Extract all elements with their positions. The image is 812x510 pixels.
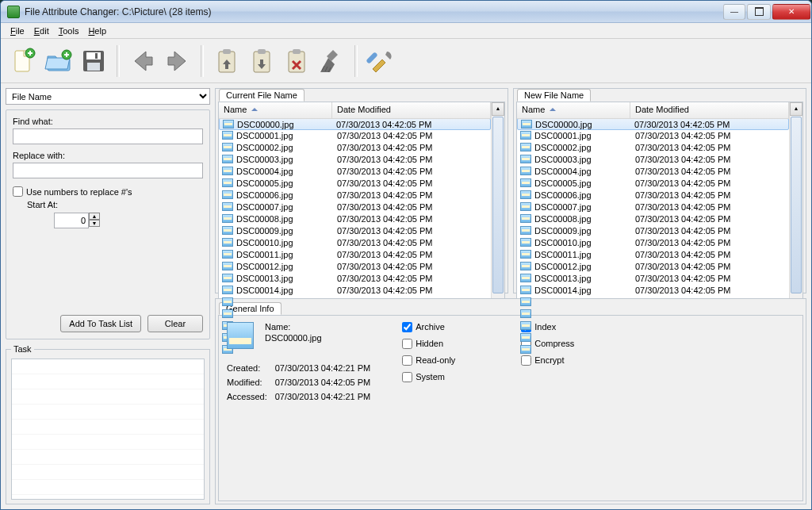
table-row[interactable]: DSC00003.jpg07/30/2013 04:42:05 PM: [517, 153, 789, 165]
attr-compress[interactable]: Compress: [521, 339, 616, 349]
file-date: 07/30/2013 04:42:05 PM: [630, 143, 789, 152]
table-row[interactable]: DSC00008.jpg07/30/2013 04:42:05 PM: [219, 213, 491, 224]
col-name[interactable]: Name: [517, 102, 630, 118]
save-button[interactable]: [77, 44, 110, 78]
file-name: DSC00000.jpg: [237, 120, 331, 129]
main-area: File Name Find what: Replace with: Use n…: [1, 83, 811, 509]
table-row[interactable]: DSC00012.jpg07/30/2013 04:42:05 PM: [517, 260, 789, 272]
table-row[interactable]: DSC00001.jpg07/30/2013 04:42:05 PM: [517, 129, 789, 141]
table-row[interactable]: DSC00011.jpg07/30/2013 04:42:05 PM: [219, 248, 491, 260]
menu-tools[interactable]: Tools: [54, 25, 84, 37]
scroll-up[interactable]: ▲: [492, 102, 504, 116]
use-numbers-check[interactable]: [13, 186, 23, 197]
table-row[interactable]: DSC00012.jpg07/30/2013 04:42:05 PM: [219, 260, 491, 272]
find-what-input[interactable]: [13, 128, 203, 144]
find-replace-panel: Find what: Replace with: Use numbers to …: [6, 109, 210, 339]
attr-readonly[interactable]: Read-only: [402, 355, 497, 366]
table-row[interactable]: DSC00011.jpg07/30/2013 04:42:05 PM: [517, 248, 789, 260]
table-row[interactable]: DSC00002.jpg07/30/2013 04:42:05 PM: [219, 141, 491, 153]
file-name: DSC00014.jpg: [236, 286, 332, 295]
scroll-thumb[interactable]: [492, 117, 504, 293]
attr-encrypt[interactable]: Encrypt: [521, 355, 616, 366]
minimize-button[interactable]: —: [723, 4, 745, 20]
clipboard-up-button[interactable]: [210, 44, 243, 78]
app-window: File Attribute Changer: C:\Picture\ (28 …: [0, 0, 812, 510]
table-row[interactable]: DSC00013.jpg07/30/2013 04:42:05 PM: [517, 272, 789, 284]
attr-system[interactable]: System: [402, 372, 497, 382]
table-row[interactable]: DSC00014.jpg07/30/2013 04:42:05 PM: [517, 284, 789, 296]
col-date[interactable]: Date Modified: [630, 102, 789, 118]
table-row[interactable]: DSC00004.jpg07/30/2013 04:42:05 PM: [517, 165, 789, 177]
table-row[interactable]: DSC00009.jpg07/30/2013 04:42:05 PM: [517, 224, 789, 236]
task-list[interactable]: [11, 359, 205, 500]
table-row[interactable]: DSC00001.jpg07/30/2013 04:42:05 PM: [219, 129, 491, 141]
attr-archive[interactable]: Archive: [402, 322, 497, 332]
clipboard-delete-button[interactable]: [280, 44, 313, 78]
new-file-button[interactable]: [7, 44, 40, 78]
clipboard-down-icon: [247, 47, 276, 75]
table-row[interactable]: DSC00005.jpg07/30/2013 04:42:05 PM: [517, 177, 789, 189]
window-controls: — ✕: [722, 2, 811, 22]
open-folder-button[interactable]: [42, 44, 75, 78]
table-row[interactable]: DSC00000.jpg07/30/2013 04:42:05 PM: [517, 119, 789, 130]
back-button[interactable]: [126, 44, 159, 78]
start-at-stepper[interactable]: ▲ ▼: [54, 213, 100, 228]
file-name: DSC00009.jpg: [236, 226, 332, 236]
table-row[interactable]: DSC00013.jpg07/30/2013 04:42:05 PM: [219, 272, 491, 284]
spin-down[interactable]: ▼: [89, 220, 100, 227]
col-date[interactable]: Date Modified: [332, 102, 491, 118]
new-tab[interactable]: New File Name: [517, 89, 591, 102]
file-date: 07/30/2013 04:42:05 PM: [630, 238, 789, 247]
forward-button[interactable]: [161, 44, 194, 78]
svg-rect-13: [366, 52, 378, 64]
start-at-value[interactable]: [54, 213, 89, 228]
add-to-task-button[interactable]: Add To Task List: [60, 315, 141, 332]
menu-edit[interactable]: Edit: [29, 25, 54, 37]
attr-hidden[interactable]: Hidden: [402, 339, 497, 349]
settings-button[interactable]: [364, 44, 397, 78]
table-row[interactable]: DSC00009.jpg07/30/2013 04:42:05 PM: [219, 224, 491, 236]
file-name: DSC00000.jpg: [535, 120, 630, 129]
image-file-icon: [520, 297, 531, 306]
image-file-icon: [222, 190, 233, 199]
titlebar[interactable]: File Attribute Changer: C:\Picture\ (28 …: [1, 1, 811, 23]
scroll-thumb[interactable]: [791, 117, 802, 293]
spin-up[interactable]: ▲: [89, 213, 100, 220]
toolbar-separator: [201, 45, 204, 77]
scroll-up[interactable]: ▲: [790, 102, 802, 116]
attr-index[interactable]: Index: [521, 322, 616, 332]
image-file-icon: [520, 178, 531, 187]
table-row[interactable]: DSC00008.jpg07/30/2013 04:42:05 PM: [517, 213, 789, 224]
clipboard-down-button[interactable]: [245, 44, 278, 78]
general-info-panel: General Info Name: DSC00000.jpg: [215, 298, 806, 505]
replace-with-input[interactable]: [13, 163, 203, 178]
maximize-button[interactable]: [747, 4, 771, 20]
operation-combo[interactable]: File Name: [6, 88, 210, 105]
table-row[interactable]: DSC00005.jpg07/30/2013 04:42:05 PM: [219, 177, 491, 189]
table-row[interactable]: DSC00010.jpg07/30/2013 04:42:05 PM: [517, 236, 789, 248]
file-date: 07/30/2013 04:42:05 PM: [332, 167, 491, 176]
col-name[interactable]: Name: [219, 102, 332, 118]
menu-help[interactable]: Help: [83, 25, 111, 37]
menu-file[interactable]: File: [6, 25, 29, 37]
table-row[interactable]: DSC00014.jpg07/30/2013 04:42:05 PM: [219, 284, 491, 296]
table-row[interactable]: DSC00002.jpg07/30/2013 04:42:05 PM: [517, 141, 789, 153]
current-tab[interactable]: Current File Name: [219, 89, 304, 102]
table-row[interactable]: DSC00010.jpg07/30/2013 04:42:05 PM: [219, 236, 491, 248]
image-file-icon: [520, 309, 531, 318]
table-row[interactable]: DSC00003.jpg07/30/2013 04:42:05 PM: [219, 153, 491, 165]
table-row[interactable]: DSC00000.jpg07/30/2013 04:42:05 PM: [219, 119, 491, 130]
file-date: 07/30/2013 04:42:05 PM: [630, 250, 789, 259]
file-name: DSC00008.jpg: [534, 214, 630, 224]
table-row[interactable]: DSC00004.jpg07/30/2013 04:42:05 PM: [219, 165, 491, 177]
use-numbers-checkbox[interactable]: Use numbers to replace #'s: [13, 186, 203, 197]
image-file-icon: [222, 131, 233, 140]
file-name: DSC00005.jpg: [534, 178, 630, 188]
table-row[interactable]: DSC00006.jpg07/30/2013 04:42:05 PM: [219, 189, 491, 201]
clean-button[interactable]: [315, 44, 348, 78]
table-row[interactable]: DSC00007.jpg07/30/2013 04:42:05 PM: [219, 201, 491, 213]
close-button[interactable]: ✕: [772, 4, 810, 20]
table-row[interactable]: DSC00006.jpg07/30/2013 04:42:05 PM: [517, 189, 789, 201]
table-row[interactable]: DSC00007.jpg07/30/2013 04:42:05 PM: [517, 201, 789, 213]
clear-button[interactable]: Clear: [147, 315, 203, 332]
